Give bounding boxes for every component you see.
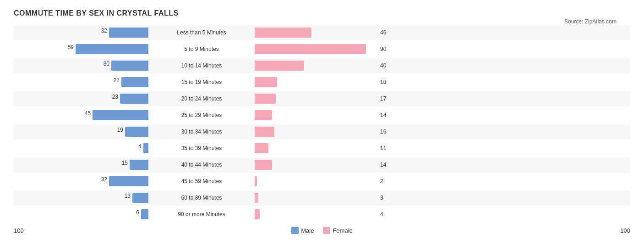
row-label: 30 to 34 Minutes	[151, 128, 252, 135]
female-value: 14	[380, 162, 389, 168]
chart-area: 32 Less than 5 Minutes 46 59 5 to 9 Minu…	[14, 25, 630, 222]
left-bar-container: 13	[14, 193, 148, 203]
right-bar-container	[255, 160, 378, 170]
female-value: 16	[380, 128, 389, 135]
legend: Male Female	[41, 227, 603, 234]
female-bar	[255, 176, 257, 186]
male-value: 19	[114, 127, 123, 137]
female-value: 14	[380, 112, 389, 118]
female-bar	[255, 127, 274, 137]
female-value: 46	[380, 29, 389, 36]
row-label: 90 or more Minutes	[151, 211, 252, 218]
left-bar-container: 32	[14, 28, 148, 38]
table-row: 32 Less than 5 Minutes 46	[14, 25, 630, 40]
left-section: 19	[14, 127, 151, 137]
male-bar	[111, 61, 148, 71]
male-value: 45	[82, 110, 91, 120]
row-label: 10 to 14 Minutes	[151, 62, 252, 69]
legend-male: Male	[291, 227, 314, 234]
table-row: 6 90 or more Minutes 4	[14, 207, 630, 222]
row-label: 20 to 24 Minutes	[151, 95, 252, 102]
right-section: 3	[252, 193, 389, 203]
right-section: 46	[252, 28, 389, 38]
male-value: 30	[100, 61, 109, 71]
left-bar-container: 45	[14, 110, 148, 120]
male-bar	[109, 176, 148, 186]
row-label: 5 to 9 Minutes	[151, 46, 252, 52]
female-bar	[255, 143, 268, 153]
right-bar-container	[255, 61, 378, 71]
male-bar	[141, 209, 148, 219]
male-bar	[109, 28, 148, 38]
right-bar-container	[255, 77, 378, 87]
male-value: 23	[109, 94, 118, 104]
male-value: 59	[65, 44, 74, 54]
male-bar	[143, 143, 148, 153]
left-section: 15	[14, 160, 151, 170]
right-bar-container	[255, 209, 378, 219]
male-legend-icon	[291, 227, 299, 234]
female-value: 4	[380, 211, 389, 218]
table-row: 15 40 to 44 Minutes 14	[14, 157, 630, 173]
left-bar-container: 4	[14, 143, 148, 153]
chart-footer: 100 Male Female 100	[14, 227, 630, 234]
female-bar	[255, 160, 272, 170]
right-bar-container	[255, 127, 378, 137]
right-bar-container	[255, 28, 378, 38]
row-label: 15 to 19 Minutes	[151, 79, 252, 85]
female-value: 90	[380, 46, 389, 52]
female-value: 2	[380, 178, 389, 184]
footer-left-value: 100	[14, 227, 41, 234]
male-bar	[76, 44, 148, 54]
female-value: 17	[380, 95, 389, 102]
male-bar	[93, 110, 148, 120]
right-section: 14	[252, 110, 389, 120]
row-label: 25 to 29 Minutes	[151, 112, 252, 118]
right-section: 16	[252, 127, 389, 137]
left-section: 13	[14, 193, 151, 203]
female-bar	[255, 44, 366, 54]
right-section: 90	[252, 44, 389, 54]
left-section: 23	[14, 94, 151, 104]
male-value: 32	[98, 28, 107, 38]
left-section: 4	[14, 143, 151, 153]
left-section: 22	[14, 77, 151, 87]
table-row: 45 25 to 29 Minutes 14	[14, 107, 630, 123]
male-bar	[132, 193, 148, 203]
left-bar-container: 19	[14, 127, 148, 137]
male-value: 4	[132, 143, 142, 153]
female-value: 3	[380, 195, 389, 201]
female-bar	[255, 193, 258, 203]
row-label: 45 to 59 Minutes	[151, 178, 252, 184]
left-bar-container: 6	[14, 209, 148, 219]
male-bar	[130, 160, 148, 170]
legend-female: Female	[323, 227, 352, 234]
left-bar-container: 15	[14, 160, 148, 170]
right-section: 17	[252, 94, 389, 104]
right-section: 4	[252, 209, 389, 219]
left-bar-container: 22	[14, 77, 148, 87]
row-label: 40 to 44 Minutes	[151, 162, 252, 168]
left-section: 45	[14, 110, 151, 120]
female-bar	[255, 61, 304, 71]
female-value: 18	[380, 79, 389, 85]
right-bar-container	[255, 176, 378, 186]
female-value: 11	[380, 145, 389, 151]
female-bar	[255, 28, 311, 38]
male-value: 32	[98, 176, 107, 186]
right-bar-container	[255, 94, 378, 104]
right-section: 11	[252, 143, 389, 153]
right-section: 40	[252, 61, 389, 71]
source-label: Source: ZipAtlas.com	[564, 18, 617, 25]
table-row: 32 45 to 59 Minutes 2	[14, 173, 630, 189]
female-bar	[255, 110, 272, 120]
female-value: 40	[380, 62, 389, 69]
female-bar	[255, 77, 277, 87]
female-legend-icon	[323, 227, 330, 234]
male-bar	[120, 94, 148, 104]
left-section: 6	[14, 209, 151, 219]
chart-title: COMMUTE TIME BY SEX IN CRYSTAL FALLS	[14, 9, 630, 17]
male-value: 13	[121, 193, 131, 203]
table-row: 22 15 to 19 Minutes 18	[14, 74, 630, 90]
male-value: 22	[110, 77, 120, 87]
